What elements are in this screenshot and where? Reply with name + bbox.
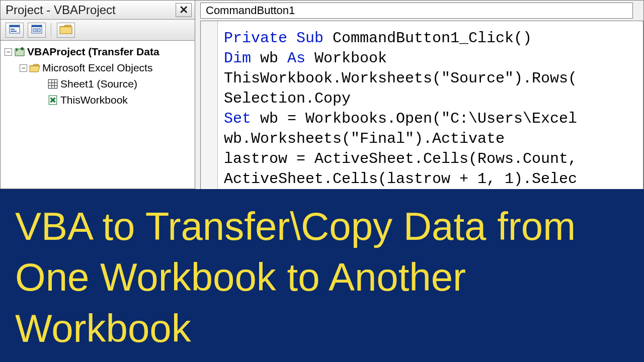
tree-sheet-label: Sheet1 (Source) — [60, 78, 137, 90]
collapse-icon[interactable]: − — [5, 48, 12, 56]
code-area[interactable]: Private Sub CommandButton1_Click() Dim w… — [200, 21, 643, 194]
project-tree[interactable]: − VBAProject (Transfer Data − Microsoft … — [1, 41, 195, 189]
toggle-folders-button[interactable] — [57, 23, 75, 38]
code-text[interactable]: Private Sub CommandButton1_Click() Dim w… — [218, 21, 643, 193]
svg-rect-8 — [60, 27, 72, 34]
project-explorer-pane: Project - VBAProject ✕ — [0, 0, 195, 189]
svg-point-10 — [21, 47, 24, 50]
vbaproject-icon — [14, 47, 25, 57]
tree-folder-label: Microsoft Excel Objects — [42, 62, 152, 74]
svg-rect-5 — [32, 25, 42, 27]
tree-root-row[interactable]: − VBAProject (Transfer Data — [3, 44, 193, 60]
folder-icon — [59, 24, 73, 37]
view-code-icon — [9, 25, 20, 36]
project-explorer-toolbar — [1, 20, 195, 41]
svg-rect-7 — [37, 29, 40, 32]
tree-thisworkbook-row[interactable]: ThisWorkbook — [3, 92, 193, 108]
svg-rect-1 — [10, 25, 20, 27]
editor-top-region: Project - VBAProject ✕ — [0, 0, 644, 189]
banner-text: VBA to Transfer\Copy Data from One Workb… — [15, 201, 629, 354]
toolbar-separator — [51, 23, 52, 37]
code-gutter — [201, 21, 218, 193]
tree-folder-row[interactable]: − Microsoft Excel Objects — [3, 60, 193, 76]
view-code-button[interactable] — [6, 23, 24, 38]
folder-open-icon — [29, 63, 40, 73]
object-dropdown-bar: CommandButton1 — [195, 1, 643, 21]
view-object-icon — [31, 25, 42, 36]
collapse-icon[interactable]: − — [20, 64, 27, 72]
svg-rect-6 — [33, 29, 36, 32]
tree-root-label: VBAProject (Transfer Data — [27, 46, 159, 58]
object-dropdown[interactable]: CommandButton1 — [200, 3, 633, 19]
tree-thisworkbook-label: ThisWorkbook — [60, 94, 128, 106]
title-banner: VBA to Transfer\Copy Data from One Workb… — [0, 189, 644, 362]
svg-rect-2 — [11, 29, 15, 30]
worksheet-icon — [47, 79, 58, 89]
svg-rect-11 — [48, 79, 57, 88]
project-explorer-title: Project - VBAProject — [6, 3, 176, 17]
view-object-button[interactable] — [28, 23, 46, 38]
tree-sheet-row[interactable]: Sheet1 (Source) — [3, 76, 193, 92]
thisworkbook-icon — [47, 95, 58, 105]
svg-rect-3 — [11, 31, 17, 32]
close-button[interactable]: ✕ — [176, 3, 192, 17]
code-pane: CommandButton1 Private Sub CommandButton… — [195, 0, 644, 189]
project-explorer-titlebar: Project - VBAProject ✕ — [1, 1, 195, 20]
object-dropdown-value: CommandButton1 — [206, 4, 295, 17]
close-icon: ✕ — [179, 5, 188, 16]
